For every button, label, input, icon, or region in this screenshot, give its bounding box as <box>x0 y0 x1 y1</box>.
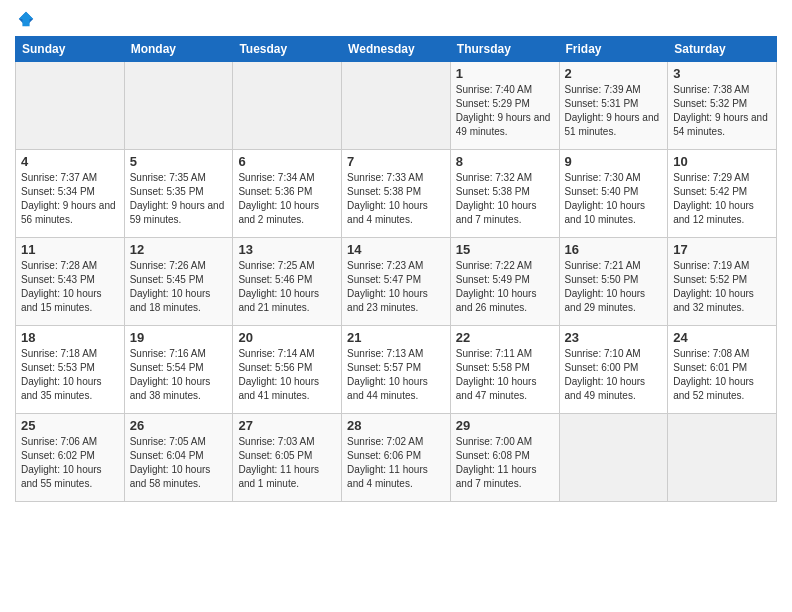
daylight-label: Daylight: 10 hours and 15 minutes. <box>21 288 102 313</box>
sunrise-label: Sunrise: 7:25 AM <box>238 260 314 271</box>
cell-content: Sunrise: 7:13 AM Sunset: 5:57 PM Dayligh… <box>347 347 445 403</box>
sunrise-label: Sunrise: 7:40 AM <box>456 84 532 95</box>
cell-content: Sunrise: 7:28 AM Sunset: 5:43 PM Dayligh… <box>21 259 119 315</box>
daylight-label: Daylight: 10 hours and 47 minutes. <box>456 376 537 401</box>
logo <box>15 10 35 28</box>
calendar-cell: 23 Sunrise: 7:10 AM Sunset: 6:00 PM Dayl… <box>559 326 668 414</box>
sunset-label: Sunset: 5:53 PM <box>21 362 95 373</box>
sunset-label: Sunset: 5:38 PM <box>456 186 530 197</box>
sunset-label: Sunset: 6:01 PM <box>673 362 747 373</box>
sunrise-label: Sunrise: 7:19 AM <box>673 260 749 271</box>
daylight-label: Daylight: 10 hours and 52 minutes. <box>673 376 754 401</box>
sunset-label: Sunset: 5:52 PM <box>673 274 747 285</box>
daylight-label: Daylight: 10 hours and 7 minutes. <box>456 200 537 225</box>
cell-content: Sunrise: 7:21 AM Sunset: 5:50 PM Dayligh… <box>565 259 663 315</box>
sunrise-label: Sunrise: 7:38 AM <box>673 84 749 95</box>
sunset-label: Sunset: 6:04 PM <box>130 450 204 461</box>
cell-content: Sunrise: 7:34 AM Sunset: 5:36 PM Dayligh… <box>238 171 336 227</box>
daylight-label: Daylight: 9 hours and 54 minutes. <box>673 112 768 137</box>
weekday-header: Tuesday <box>233 37 342 62</box>
daylight-label: Daylight: 10 hours and 4 minutes. <box>347 200 428 225</box>
calendar-week: 11 Sunrise: 7:28 AM Sunset: 5:43 PM Dayl… <box>16 238 777 326</box>
header <box>15 10 777 28</box>
day-number: 17 <box>673 242 771 257</box>
sunset-label: Sunset: 6:08 PM <box>456 450 530 461</box>
daylight-label: Daylight: 10 hours and 38 minutes. <box>130 376 211 401</box>
daylight-label: Daylight: 10 hours and 32 minutes. <box>673 288 754 313</box>
cell-content: Sunrise: 7:19 AM Sunset: 5:52 PM Dayligh… <box>673 259 771 315</box>
sunrise-label: Sunrise: 7:14 AM <box>238 348 314 359</box>
day-number: 14 <box>347 242 445 257</box>
calendar-cell: 26 Sunrise: 7:05 AM Sunset: 6:04 PM Dayl… <box>124 414 233 502</box>
calendar-cell: 2 Sunrise: 7:39 AM Sunset: 5:31 PM Dayli… <box>559 62 668 150</box>
calendar-cell: 16 Sunrise: 7:21 AM Sunset: 5:50 PM Dayl… <box>559 238 668 326</box>
daylight-label: Daylight: 9 hours and 51 minutes. <box>565 112 660 137</box>
calendar-table: SundayMondayTuesdayWednesdayThursdayFrid… <box>15 36 777 502</box>
calendar-cell: 28 Sunrise: 7:02 AM Sunset: 6:06 PM Dayl… <box>342 414 451 502</box>
sunset-label: Sunset: 5:31 PM <box>565 98 639 109</box>
sunrise-label: Sunrise: 7:16 AM <box>130 348 206 359</box>
day-number: 21 <box>347 330 445 345</box>
cell-content: Sunrise: 7:11 AM Sunset: 5:58 PM Dayligh… <box>456 347 554 403</box>
calendar-week: 25 Sunrise: 7:06 AM Sunset: 6:02 PM Dayl… <box>16 414 777 502</box>
sunrise-label: Sunrise: 7:39 AM <box>565 84 641 95</box>
day-number: 3 <box>673 66 771 81</box>
calendar-cell: 27 Sunrise: 7:03 AM Sunset: 6:05 PM Dayl… <box>233 414 342 502</box>
svg-marker-1 <box>19 12 33 26</box>
daylight-label: Daylight: 10 hours and 55 minutes. <box>21 464 102 489</box>
calendar-cell: 29 Sunrise: 7:00 AM Sunset: 6:08 PM Dayl… <box>450 414 559 502</box>
sunset-label: Sunset: 6:00 PM <box>565 362 639 373</box>
cell-content: Sunrise: 7:26 AM Sunset: 5:45 PM Dayligh… <box>130 259 228 315</box>
cell-content: Sunrise: 7:30 AM Sunset: 5:40 PM Dayligh… <box>565 171 663 227</box>
weekday-header: Wednesday <box>342 37 451 62</box>
sunset-label: Sunset: 5:47 PM <box>347 274 421 285</box>
cell-content: Sunrise: 7:35 AM Sunset: 5:35 PM Dayligh… <box>130 171 228 227</box>
day-number: 23 <box>565 330 663 345</box>
sunrise-label: Sunrise: 7:21 AM <box>565 260 641 271</box>
day-number: 13 <box>238 242 336 257</box>
sunset-label: Sunset: 5:56 PM <box>238 362 312 373</box>
weekday-header: Thursday <box>450 37 559 62</box>
cell-content: Sunrise: 7:32 AM Sunset: 5:38 PM Dayligh… <box>456 171 554 227</box>
day-number: 22 <box>456 330 554 345</box>
sunrise-label: Sunrise: 7:00 AM <box>456 436 532 447</box>
day-number: 10 <box>673 154 771 169</box>
calendar-cell: 19 Sunrise: 7:16 AM Sunset: 5:54 PM Dayl… <box>124 326 233 414</box>
calendar-cell: 9 Sunrise: 7:30 AM Sunset: 5:40 PM Dayli… <box>559 150 668 238</box>
daylight-label: Daylight: 10 hours and 49 minutes. <box>565 376 646 401</box>
day-number: 25 <box>21 418 119 433</box>
sunrise-label: Sunrise: 7:32 AM <box>456 172 532 183</box>
cell-content: Sunrise: 7:00 AM Sunset: 6:08 PM Dayligh… <box>456 435 554 491</box>
sunrise-label: Sunrise: 7:33 AM <box>347 172 423 183</box>
cell-content: Sunrise: 7:03 AM Sunset: 6:05 PM Dayligh… <box>238 435 336 491</box>
calendar-cell <box>124 62 233 150</box>
daylight-label: Daylight: 10 hours and 29 minutes. <box>565 288 646 313</box>
day-number: 15 <box>456 242 554 257</box>
day-number: 1 <box>456 66 554 81</box>
day-number: 11 <box>21 242 119 257</box>
day-number: 26 <box>130 418 228 433</box>
sunset-label: Sunset: 6:05 PM <box>238 450 312 461</box>
calendar-cell: 5 Sunrise: 7:35 AM Sunset: 5:35 PM Dayli… <box>124 150 233 238</box>
daylight-label: Daylight: 10 hours and 18 minutes. <box>130 288 211 313</box>
cell-content: Sunrise: 7:22 AM Sunset: 5:49 PM Dayligh… <box>456 259 554 315</box>
calendar-week: 18 Sunrise: 7:18 AM Sunset: 5:53 PM Dayl… <box>16 326 777 414</box>
daylight-label: Daylight: 9 hours and 56 minutes. <box>21 200 116 225</box>
daylight-label: Daylight: 10 hours and 12 minutes. <box>673 200 754 225</box>
sunset-label: Sunset: 5:50 PM <box>565 274 639 285</box>
daylight-label: Daylight: 11 hours and 1 minute. <box>238 464 319 489</box>
sunset-label: Sunset: 5:58 PM <box>456 362 530 373</box>
sunrise-label: Sunrise: 7:18 AM <box>21 348 97 359</box>
calendar-cell: 6 Sunrise: 7:34 AM Sunset: 5:36 PM Dayli… <box>233 150 342 238</box>
sunrise-label: Sunrise: 7:02 AM <box>347 436 423 447</box>
weekday-header: Sunday <box>16 37 125 62</box>
day-number: 19 <box>130 330 228 345</box>
daylight-label: Daylight: 10 hours and 35 minutes. <box>21 376 102 401</box>
cell-content: Sunrise: 7:08 AM Sunset: 6:01 PM Dayligh… <box>673 347 771 403</box>
sunrise-label: Sunrise: 7:05 AM <box>130 436 206 447</box>
day-number: 29 <box>456 418 554 433</box>
cell-content: Sunrise: 7:16 AM Sunset: 5:54 PM Dayligh… <box>130 347 228 403</box>
calendar-cell: 12 Sunrise: 7:26 AM Sunset: 5:45 PM Dayl… <box>124 238 233 326</box>
sunrise-label: Sunrise: 7:22 AM <box>456 260 532 271</box>
daylight-label: Daylight: 10 hours and 58 minutes. <box>130 464 211 489</box>
